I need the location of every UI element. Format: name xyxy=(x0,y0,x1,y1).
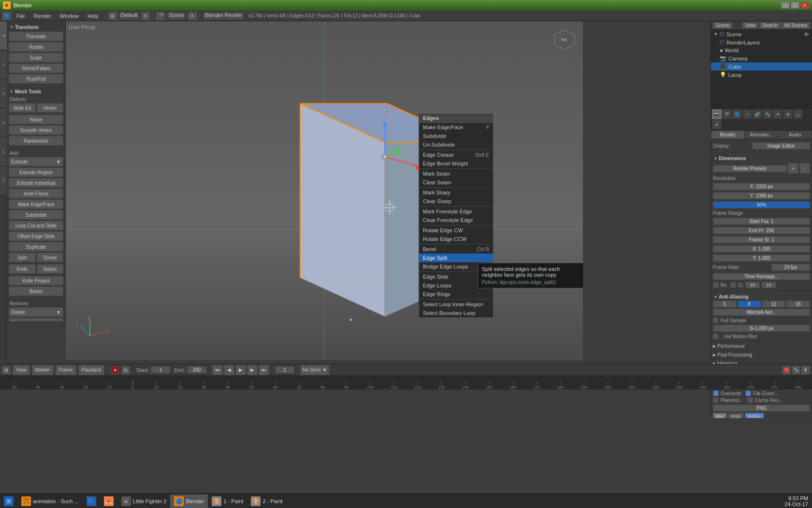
overwrite-checkbox[interactable] xyxy=(713,390,719,396)
si-field[interactable]: Si-1.000 px xyxy=(713,325,810,332)
anti-alias-header[interactable]: Anti-Aliasing xyxy=(713,293,810,300)
blender-icon-btn[interactable]: 🔵 xyxy=(2,12,12,20)
next-frame-btn[interactable]: ▶ xyxy=(247,365,258,375)
vtab-relations[interactable]: R xyxy=(0,79,7,108)
frame-rate-field[interactable]: 24 fps xyxy=(771,264,810,271)
time-remap-field[interactable]: Time Remapp... xyxy=(713,273,810,280)
vtab-tools[interactable]: T xyxy=(0,21,7,50)
viewport[interactable]: User Persp xyxy=(66,21,583,360)
menu-help[interactable]: Help xyxy=(84,12,102,20)
windows-start-btn[interactable]: ⊞ xyxy=(0,494,17,508)
menu-window[interactable]: Window xyxy=(56,12,83,20)
prop-tab-scene[interactable]: 🎬 xyxy=(722,109,732,119)
scene-dropdown[interactable]: Scene xyxy=(166,12,186,20)
prop-tab-world[interactable]: 🌐 xyxy=(732,109,742,119)
outliner-renderlayers[interactable]: ⬡ RenderLayers xyxy=(711,38,812,46)
menu-make-edge-face[interactable]: Make Edge/Face F xyxy=(419,123,493,132)
vertex-btn[interactable]: Vertex xyxy=(37,103,64,113)
extrude-region-btn[interactable]: Extrude Region xyxy=(9,167,63,177)
knife-project-btn[interactable]: Knife Project xyxy=(9,276,63,285)
menu-mark-freestyle[interactable]: Mark Freestyle Edge xyxy=(419,207,493,216)
menu-clear-sharp[interactable]: Clear Sharp xyxy=(419,197,493,206)
performance-header[interactable]: ▶ Performance xyxy=(713,344,810,349)
maximize-button[interactable]: □ xyxy=(791,2,799,9)
start-val-field[interactable]: 1 xyxy=(151,366,170,374)
border-val2[interactable]: 10 xyxy=(762,282,776,288)
mblur-checkbox[interactable] xyxy=(713,333,719,339)
prop-tab-data[interactable]: △ xyxy=(793,109,803,119)
record-btn[interactable]: ● xyxy=(111,366,119,374)
shrink-fatten-btn[interactable]: Shrink/Fatten xyxy=(9,63,63,73)
layout-add-icon[interactable]: ✕ xyxy=(141,12,150,20)
taskbar-item-lf2[interactable]: ⚔ Little Fighter 2 xyxy=(117,494,171,508)
duplicate-btn[interactable]: Duplicate xyxy=(9,242,63,252)
prop-tab-constraints[interactable]: 🔗 xyxy=(753,109,762,119)
outliner-tab-search[interactable]: Search xyxy=(759,22,781,29)
res-pct-field[interactable]: 50% xyxy=(713,201,810,209)
menu-un-subdivide[interactable]: Un-Subdivide xyxy=(419,140,493,149)
nav-cube[interactable]: Top xyxy=(550,25,579,54)
play-btn[interactable]: ▶ xyxy=(235,365,246,375)
vtab-grease[interactable]: G xyxy=(0,166,7,195)
outliner-tab-scene[interactable]: Scene xyxy=(713,22,732,29)
scene-eye-icon[interactable]: 👁 xyxy=(804,31,809,37)
select-btn[interactable]: Select xyxy=(37,264,64,274)
timeline-marker-menu[interactable]: Marker xyxy=(32,365,54,375)
cache-checkbox[interactable] xyxy=(747,397,753,403)
outliner-world[interactable]: ● World xyxy=(711,46,812,54)
render-engine-dropdown[interactable]: Blender Render xyxy=(203,12,245,20)
vtab-shading[interactable]: S xyxy=(0,108,7,137)
timeline-playback-menu[interactable]: Playback xyxy=(78,365,105,375)
slide-ed-btn[interactable]: Slide Ed xyxy=(9,103,36,113)
menu-select-loop-inner[interactable]: Select Loop Inner-Region xyxy=(419,300,493,309)
start-fra-field[interactable]: Start Fra: 1 xyxy=(713,218,810,225)
sync-dropdown[interactable]: No Sync ▼ xyxy=(300,365,330,375)
taskbar-item-blender[interactable]: 🔵 Blender xyxy=(170,494,208,508)
menu-mark-seam[interactable]: Mark Seam xyxy=(419,169,493,178)
vtab-create[interactable]: C xyxy=(0,50,7,79)
res-x-field[interactable]: X: 1920 px xyxy=(713,183,810,190)
scene-icon[interactable]: 🎬 xyxy=(156,12,165,20)
render-presets-remove[interactable]: - xyxy=(799,163,810,174)
menu-edge-crease[interactable]: Edge Crease Shift E xyxy=(419,150,493,159)
tl-icon-1[interactable]: 🔴 xyxy=(782,366,791,374)
scene-add-icon[interactable]: ✕ xyxy=(188,12,197,20)
taskbar-item-paint2[interactable]: 🎨 2 - Paint xyxy=(247,494,286,508)
menu-mark-sharp[interactable]: Mark Sharp xyxy=(419,188,493,197)
render-tab-audio[interactable]: Audio xyxy=(778,131,812,139)
scale-btn[interactable]: Scale xyxy=(9,53,63,62)
prop-tab-render[interactable]: 📷 xyxy=(712,109,722,119)
prev-frame-btn[interactable]: ◀ xyxy=(224,365,234,375)
res-y-field[interactable]: Y: 1080 px xyxy=(713,192,810,199)
randomize-btn[interactable]: Randomize xyxy=(9,136,63,146)
outliner-cube[interactable]: ⬛ Cube xyxy=(711,62,812,71)
display-value[interactable]: Image Editor xyxy=(752,142,810,149)
fileext-checkbox[interactable] xyxy=(745,390,751,396)
outliner-lamp[interactable]: 💡 Lamp xyxy=(711,71,812,79)
close-button[interactable]: ✕ xyxy=(800,2,809,9)
render-presets-dropdown[interactable]: Render Presets xyxy=(713,165,787,172)
post-processing-header[interactable]: ▶ Post Processing xyxy=(713,352,810,358)
prop-tab-material[interactable]: ● xyxy=(712,120,722,129)
menu-select-boundary[interactable]: Select Boundary Loop xyxy=(419,309,493,317)
aspect-y-field[interactable]: Y: 1.000 xyxy=(713,254,810,262)
timeline-icon[interactable]: ⊞ xyxy=(2,366,11,374)
knife-btn[interactable]: Knife xyxy=(9,264,36,274)
screw-btn[interactable]: Screw xyxy=(37,253,64,262)
render-presets-add[interactable]: + xyxy=(788,163,798,174)
prop-tab-modifiers[interactable]: 🔧 xyxy=(763,109,772,119)
menu-edge-bevel-weight[interactable]: Edge Bevel Weight xyxy=(419,159,493,168)
menu-edge-rings[interactable]: Edge Rings xyxy=(419,290,493,299)
tl-icon-2[interactable]: 🔧 xyxy=(792,366,800,374)
outliner-camera[interactable]: 📷 Camera xyxy=(711,54,812,62)
menu-rotate-ccw[interactable]: Rotate Edge CCW xyxy=(419,235,493,243)
spin-btn[interactable]: Spin xyxy=(9,253,36,262)
outliner-tab-view[interactable]: View xyxy=(742,22,759,29)
loop-cut-btn[interactable]: Loop Cut and Slide xyxy=(9,221,63,230)
jump-end-btn[interactable]: ⏭ xyxy=(259,365,269,375)
border-checkbox[interactable] xyxy=(713,282,719,288)
timeline-view-menu[interactable]: View xyxy=(13,365,30,375)
jump-start-btn[interactable]: ⏮ xyxy=(212,365,223,375)
subdivide-btn[interactable]: Subdivide xyxy=(9,210,63,220)
aa-8[interactable]: 8 xyxy=(738,300,761,308)
